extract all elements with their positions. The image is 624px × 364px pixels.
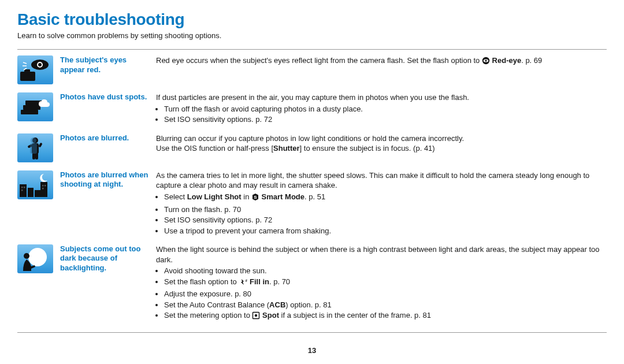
blur-icon <box>17 133 53 162</box>
table-row: Photos are blurred when shooting at nigh… <box>17 168 607 242</box>
bold-text: Spot <box>262 311 279 320</box>
table-row: Photos are blurred. Blurring can occur i… <box>17 131 607 168</box>
list-item: Turn on the flash. p. 70 <box>164 205 603 215</box>
divider-bottom <box>17 332 607 333</box>
list-item: Use a tripod to prevent your camera from… <box>164 226 603 236</box>
svg-point-10 <box>485 60 486 62</box>
backlight-icon <box>17 244 53 273</box>
list-item: Set the flash option to F Fill in. p. 70 <box>164 277 603 289</box>
list-item: Set the Auto Contrast Balance (ACB) opti… <box>164 300 603 310</box>
list-item: Set the metering option to Spot if a sub… <box>164 310 603 322</box>
smart-mode-glyph-icon: S <box>251 193 259 204</box>
row-title: Photos are blurred. <box>60 131 156 168</box>
svg-rect-11 <box>21 110 38 114</box>
svg-rect-23 <box>28 188 34 197</box>
table-row: Photos have dust spots. If dust particle… <box>17 90 607 131</box>
text: Select <box>164 192 187 201</box>
page-subtitle: Learn to solve common problems by settin… <box>17 31 607 41</box>
text: . p. 51 <box>304 192 325 201</box>
text: . p. 70 <box>269 277 290 286</box>
text: Set the Auto Contrast Balance ( <box>164 300 269 309</box>
row-body: When the light source is behind the subj… <box>156 242 607 329</box>
svg-rect-24 <box>40 182 47 197</box>
text: . p. 69 <box>521 56 542 65</box>
svg-rect-26 <box>21 187 23 188</box>
dust-icon <box>17 92 53 121</box>
svg-rect-3 <box>20 72 35 81</box>
row-body: Red eye occurs when the subject's eyes r… <box>156 53 607 90</box>
row-title: Subjects come out too dark because of ba… <box>60 242 156 329</box>
row-body: If dust particles are present in the air… <box>156 90 607 131</box>
text: Set the metering option to <box>164 311 252 320</box>
svg-point-37 <box>255 314 257 317</box>
text: Set the flash option to <box>164 277 239 286</box>
svg-point-2 <box>38 63 42 66</box>
svg-rect-31 <box>42 188 44 190</box>
text: if a subject is in the center of the fra… <box>279 311 431 320</box>
list-item: Set ISO sensitivity options. p. 72 <box>164 114 603 125</box>
svg-rect-12 <box>23 105 40 110</box>
svg-rect-30 <box>44 185 46 187</box>
text: Blurring can occur if you capture photos… <box>156 133 603 144</box>
list-item: Select Low Light Shot in S Smart Mode. p… <box>164 192 603 204</box>
row-body: Blurring can occur if you capture photos… <box>156 131 607 168</box>
spot-glyph-icon <box>252 311 260 322</box>
svg-line-5 <box>23 62 27 64</box>
text: ] to ensure the subject is in focus. (p.… <box>300 144 435 153</box>
table-row: Subjects come out too dark because of ba… <box>17 242 607 329</box>
page-number: 13 <box>0 346 624 356</box>
row-title: The subject's eyes appear red. <box>60 53 156 90</box>
text: When the light source is behind the subj… <box>156 244 603 265</box>
svg-point-20 <box>31 138 36 143</box>
bold-text: Low Light Shot <box>187 192 242 201</box>
svg-rect-29 <box>42 185 44 187</box>
bold-text: Red-eye <box>492 56 522 65</box>
svg-rect-25 <box>35 190 40 197</box>
fill-in-glyph-icon: F <box>239 278 247 289</box>
redeye-glyph-icon <box>482 57 490 68</box>
table-row: The subject's eyes appear red. Red eye o… <box>17 53 607 90</box>
bold-text: Shutter <box>273 144 300 153</box>
svg-text:F: F <box>246 279 247 283</box>
text: Red eye occurs when the subject's eyes r… <box>156 56 482 65</box>
svg-rect-4 <box>24 69 30 73</box>
text: ) option. p. 81 <box>285 300 332 309</box>
svg-rect-22 <box>20 184 27 197</box>
list-item: Turn off the flash or avoid capturing ph… <box>164 104 603 114</box>
page-title: Basic troubleshooting <box>17 9 607 30</box>
svg-rect-28 <box>21 190 23 191</box>
svg-text:S: S <box>254 195 257 200</box>
list-item: Avoid shooting toward the sun. <box>164 266 603 276</box>
night-icon <box>17 170 53 199</box>
bold-text: Fill in <box>250 277 269 286</box>
text: Use the OIS function or half-press [ <box>156 144 273 153</box>
list-item: Set ISO sensitivity options. p. 72 <box>164 215 603 225</box>
svg-rect-21 <box>30 143 37 154</box>
svg-rect-17 <box>38 142 42 147</box>
row-title: Photos have dust spots. <box>60 90 156 131</box>
troubleshooting-table: The subject's eyes appear red. Red eye o… <box>17 53 607 329</box>
text: As the camera tries to let in more light… <box>156 170 603 191</box>
svg-point-34 <box>24 253 29 259</box>
svg-point-33 <box>28 248 47 266</box>
redeye-icon <box>17 55 53 84</box>
list-item: Adjust the exposure. p. 80 <box>164 289 603 299</box>
divider-top <box>17 49 607 50</box>
text: If dust particles are present in the air… <box>156 92 603 103</box>
svg-rect-27 <box>24 187 25 188</box>
text: in <box>242 192 251 201</box>
bold-text: ACB <box>269 300 285 309</box>
bold-text: Smart Mode <box>262 192 304 201</box>
row-title: Photos are blurred when shooting at nigh… <box>60 168 156 242</box>
row-body: As the camera tries to let in more light… <box>156 168 607 242</box>
